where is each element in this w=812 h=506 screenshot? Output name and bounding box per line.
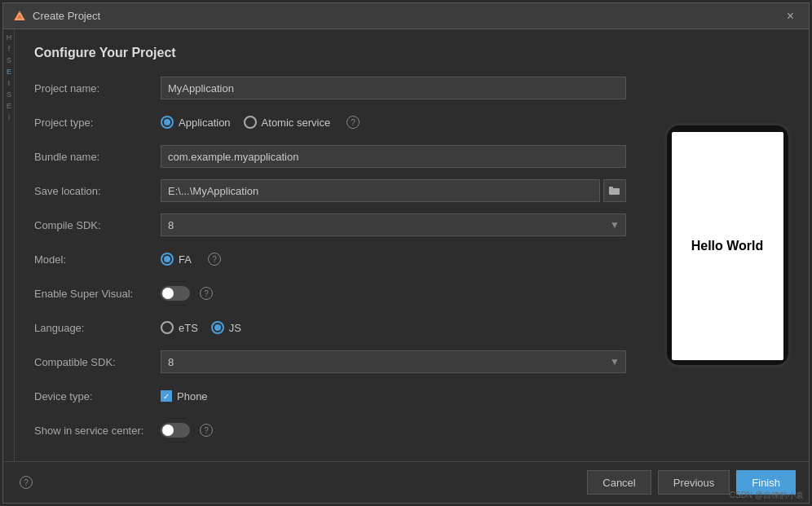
language-label: Language: [34,322,161,334]
service-center-wrapper: ? [161,423,626,438]
svg-rect-3 [609,187,613,189]
radio-js[interactable]: JS [211,321,241,334]
hello-world-text: Hello World [691,239,764,253]
radio-ets-circle [161,321,174,334]
enable-super-visual-control: ? [161,286,626,301]
project-type-label: Project type: [34,117,161,129]
project-name-control [161,77,626,99]
language-control: eTS JS [161,321,626,334]
bundle-name-control [161,145,626,168]
app-icon [13,10,26,23]
sidebar-letter-h[interactable]: H [7,33,12,42]
compatible-sdk-control: 8 7 6 ▼ [161,350,626,373]
sidebar-letter-t[interactable]: t [8,78,11,88]
sidebar-letter-e2[interactable]: E [7,101,11,111]
service-center-toggle[interactable] [161,423,190,438]
radio-fa-circle [161,253,174,266]
project-name-row: Project name: [34,77,626,99]
create-project-dialog: Create Project × H f S E t S E i Configu… [2,2,810,504]
save-location-control [161,179,626,202]
bundle-name-label: Bundle name: [34,151,161,163]
left-sidebar: H f S E t S E i [3,29,15,461]
radio-fa-label: FA [179,253,192,266]
model-control: FA ? [161,253,626,266]
dialog-content: H f S E t S E i Configure Your Project P… [3,29,809,461]
cancel-button[interactable]: Cancel [587,470,651,495]
sidebar-letters: H f S E t S E i [3,29,15,122]
radio-fa[interactable]: FA [161,253,192,266]
compile-sdk-control: 8 7 6 ▼ [161,213,626,236]
radio-application-circle [161,116,174,129]
compile-sdk-row: Compile SDK: 8 7 6 ▼ [34,213,626,236]
language-radio-group: eTS JS [161,321,626,334]
compatible-sdk-wrapper: 8 7 6 ▼ [161,350,626,373]
device-type-control: ✓ Phone [161,390,626,403]
compatible-sdk-label: Compatible SDK: [34,356,161,368]
compatible-sdk-row: Compatible SDK: 8 7 6 ▼ [34,350,626,373]
compile-sdk-wrapper: 8 7 6 ▼ [161,213,626,236]
sidebar-letter-f[interactable]: f [8,44,11,54]
compatible-sdk-select[interactable]: 8 7 6 [161,350,626,373]
radio-atomic-circle [244,116,257,129]
project-type-control: Application Atomic service ? [161,116,626,129]
previous-button[interactable]: Previous [658,470,730,495]
radio-application[interactable]: Application [161,116,231,129]
main-form: Configure Your Project Project name: Pro… [15,29,646,461]
sidebar-letter-s1[interactable]: S [7,55,11,65]
enable-super-visual-row: Enable Super Visual: ? [34,282,626,305]
show-service-center-control: ? [161,423,626,438]
svg-rect-2 [609,188,620,195]
service-center-help-icon[interactable]: ? [200,424,213,437]
super-visual-wrapper: ? [161,286,626,301]
radio-atomic[interactable]: Atomic service [244,116,331,129]
show-service-center-row: Show in service center: ? [34,419,626,442]
project-name-label: Project name: [34,82,161,95]
browse-folder-button[interactable] [603,179,626,202]
dialog-footer: ? Cancel Previous Finish [3,461,809,503]
svg-marker-0 [14,11,25,20]
sidebar-letter-s2[interactable]: S [7,90,11,99]
project-type-help-icon[interactable]: ? [346,116,360,129]
super-visual-help-icon[interactable]: ? [200,287,213,300]
phone-checkbox-label: Phone [177,390,208,403]
enable-super-visual-label: Enable Super Visual: [34,288,161,300]
footer-help-icon[interactable]: ? [20,476,33,489]
save-location-row: Save location: [34,179,626,202]
section-title: Configure Your Project [34,46,626,60]
model-radio-group: FA ? [161,253,626,266]
project-type-row: Project type: Application Atomic service… [34,111,626,134]
radio-application-label: Application [179,117,231,129]
phone-checkbox: ✓ [161,390,172,402]
title-bar-left: Create Project [13,10,100,23]
radio-js-label: JS [229,322,241,334]
compile-sdk-select[interactable]: 8 7 6 [161,213,626,236]
phone-mockup: Hello World [664,123,791,367]
save-location-input[interactable] [161,179,600,202]
close-button[interactable]: × [782,8,799,24]
radio-ets-label: eTS [179,322,198,334]
super-visual-toggle[interactable] [161,286,190,301]
bundle-name-row: Bundle name: [34,145,626,168]
save-location-label: Save location: [34,185,161,197]
show-service-center-label: Show in service center: [34,425,161,437]
project-type-radio-group: Application Atomic service ? [161,116,626,129]
model-row: Model: FA ? [34,248,626,271]
model-label: Model: [34,253,161,266]
checkbox-phone[interactable]: ✓ Phone [161,390,626,403]
phone-checkmark: ✓ [163,392,170,401]
sidebar-letter-e1[interactable]: E [7,67,11,77]
watermark: CSDN @自律的小袁 [730,490,804,501]
radio-ets[interactable]: eTS [161,321,198,334]
radio-js-circle [211,321,224,334]
bundle-name-input[interactable] [161,145,626,168]
preview-panel: Hello World [646,29,809,461]
model-help-icon[interactable]: ? [208,253,221,266]
dialog-title: Create Project [33,10,100,22]
project-name-input[interactable] [161,77,626,99]
language-row: Language: eTS JS [34,316,626,339]
sidebar-letter-i[interactable]: i [8,112,10,122]
device-type-label: Device type: [34,390,161,403]
title-bar: Create Project × [3,3,809,29]
footer-left: ? [16,476,33,489]
radio-atomic-label: Atomic service [262,117,331,129]
